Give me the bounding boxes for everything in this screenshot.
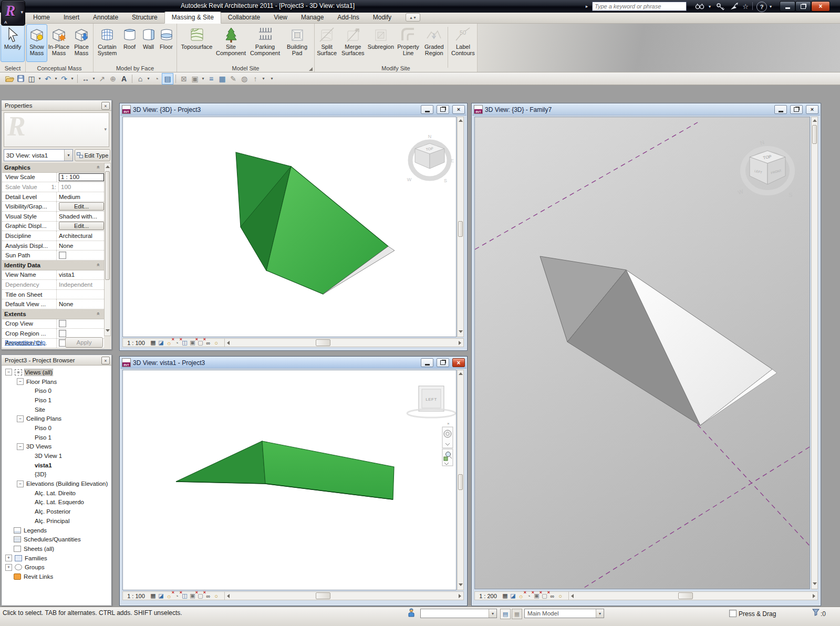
search-expand-icon[interactable]: ▸ <box>584 1 589 12</box>
qat-customize-icon[interactable]: ▾ <box>269 76 274 81</box>
crop-view-icon[interactable]: ▣× <box>189 339 196 347</box>
collapse-icon[interactable]: » <box>96 264 101 267</box>
tree-item-sheets[interactable]: Sheets (all) <box>2 544 111 554</box>
scroll-down-icon[interactable] <box>459 330 463 333</box>
tree-item-alc-lat-esquerdo[interactable]: Alç. Lat. Esquerdo <box>2 498 111 507</box>
row-view-name[interactable]: View Namevista1 <box>2 270 104 280</box>
modify-button[interactable]: Modify <box>1 25 24 61</box>
horizontal-scrollbar[interactable] <box>224 592 463 600</box>
view-scale-input[interactable]: 1 : 100 <box>59 173 104 181</box>
tree-item-views-all[interactable]: −Views (all) <box>2 368 111 377</box>
redo-dropdown-icon[interactable]: ▾ <box>70 76 75 81</box>
view-close-button[interactable]: × <box>452 358 465 367</box>
visual-style-icon[interactable]: ◪ <box>509 592 517 600</box>
tree-item-revit-links[interactable]: Revit Links <box>2 572 111 581</box>
redo-icon[interactable]: ↷ <box>59 74 69 84</box>
properties-close-button[interactable]: × <box>101 102 110 110</box>
communication-center-icon[interactable] <box>728 1 740 12</box>
reveal-hidden-icon[interactable]: ○ <box>212 592 220 600</box>
type-selector-combo[interactable]: 3D View: vista1 ▾ <box>4 149 73 161</box>
detail-level-icon[interactable]: ▦ <box>149 592 157 600</box>
panel-model-by-face-label[interactable]: Model by Face <box>94 65 177 71</box>
collapse-box[interactable]: − <box>17 443 24 450</box>
panel-model-site-label[interactable]: Model Site <box>177 65 314 71</box>
tree-item-piso0[interactable]: Piso 0 <box>2 386 111 395</box>
label-contours-button[interactable]: 50 Label Contours <box>449 25 477 61</box>
3d-view-dropdown-icon[interactable]: ▾ <box>146 76 151 81</box>
scrollbar-thumb[interactable] <box>678 592 693 599</box>
row-discipline[interactable]: DisciplineArchitectural <box>2 231 104 241</box>
sun-path-icon[interactable]: ☼× <box>517 592 525 600</box>
default-3d-view-icon[interactable]: ⌂ <box>135 74 146 84</box>
scroll-down-icon[interactable] <box>813 582 817 585</box>
parking-component-button[interactable]: Parking Component <box>248 25 283 61</box>
binoculars-search-icon[interactable] <box>693 1 706 12</box>
tab-addins[interactable]: Add-Ins <box>330 12 366 23</box>
application-menu-button[interactable]: R ▾ A <box>1 1 25 26</box>
row-analysis-display[interactable]: Analysis Displ...None <box>2 241 104 251</box>
collapse-box[interactable]: − <box>5 369 12 375</box>
viewcube-left-face[interactable]: LEFT <box>407 386 455 418</box>
view-scale-control[interactable]: 1 : 100 <box>123 593 149 599</box>
crop-region-visible-icon[interactable]: ▢× <box>196 592 204 600</box>
show-mass-button[interactable]: Show Mass <box>27 25 47 61</box>
tree-item-3d-view-1[interactable]: 3D View 1 <box>2 451 111 461</box>
undo-dropdown-icon[interactable]: ▾ <box>54 76 58 81</box>
schedule-icon[interactable]: ▦ <box>217 74 227 84</box>
place-mass-button[interactable]: Place Mass <box>71 25 92 61</box>
collapse-box[interactable]: − <box>17 415 24 422</box>
roof-button[interactable]: Roof <box>120 25 140 61</box>
row-dependency[interactable]: DependencyIndependent <box>2 280 104 290</box>
subregion-button[interactable]: Subregion <box>367 25 395 61</box>
project-browser-close-button[interactable]: × <box>101 357 110 364</box>
minimize-button[interactable] <box>780 1 795 12</box>
save-icon[interactable] <box>15 74 26 84</box>
row-sun-path[interactable]: Sun Path <box>2 251 104 260</box>
press-drag-checkbox[interactable] <box>729 610 737 617</box>
collapse-box[interactable]: − <box>17 481 24 487</box>
crop-view-checkbox[interactable] <box>59 320 66 327</box>
shadows-icon[interactable]: ◔× <box>525 592 533 600</box>
view-window-titlebar[interactable]: RVT 3D View: {3D} - Family7 × <box>472 104 820 116</box>
reveal-hidden-icon[interactable]: ○ <box>556 592 564 600</box>
qat-extra-dropdown-icon[interactable]: ▾ <box>261 76 266 81</box>
tab-manage[interactable]: Manage <box>294 12 330 23</box>
tab-massing-site[interactable]: Massing & Site <box>164 12 221 24</box>
collapse-icon[interactable]: » <box>96 166 101 169</box>
tab-collaborate[interactable]: Collaborate <box>221 12 267 23</box>
sync-dropdown-icon[interactable]: ▾ <box>37 76 42 81</box>
shadows-icon[interactable]: ◔× <box>173 592 181 600</box>
crop-region-checkbox[interactable] <box>59 330 66 337</box>
subscription-key-icon[interactable] <box>714 1 726 12</box>
split-surface-button[interactable]: Split Surface <box>315 25 339 61</box>
help-dropdown-icon[interactable]: ▾ <box>768 1 773 12</box>
visibility-edit-button[interactable]: Edit... <box>59 202 104 211</box>
viewcube[interactable]: N E S W TOP LEFT FRONT <box>737 139 799 198</box>
graphic-display-edit-button[interactable]: Edit... <box>59 222 104 230</box>
render-icon[interactable]: ◍ <box>239 74 250 84</box>
tree-item-3d[interactable]: {3D} <box>2 470 111 479</box>
search-options-dropdown-icon[interactable]: ▾ <box>707 1 712 12</box>
panel-modify-site-label[interactable]: Modify Site <box>315 65 477 71</box>
sun-path-checkbox[interactable] <box>59 252 66 259</box>
detail-level-icon[interactable]: ▦ <box>501 592 509 600</box>
scroll-left-icon[interactable] <box>571 594 574 598</box>
tree-item-3d-views[interactable]: −3D Views <box>2 442 111 452</box>
vertical-scrollbar[interactable] <box>457 370 464 590</box>
properties-help-link[interactable]: Properties help <box>5 339 45 346</box>
tree-item-ceiling-piso0[interactable]: Piso 0 <box>2 423 111 433</box>
collapse-icon[interactable]: » <box>96 312 101 316</box>
horizontal-scrollbar[interactable] <box>568 592 817 600</box>
visual-style-icon[interactable]: ◪ <box>157 592 165 600</box>
properties-scrollbar[interactable] <box>104 163 111 336</box>
view-restore-button[interactable] <box>437 105 449 114</box>
switch-windows-dropdown-icon[interactable]: ▾ <box>201 76 205 81</box>
crop-region-visible-icon[interactable]: ▢× <box>196 339 204 347</box>
view-minimize-button[interactable] <box>421 358 433 367</box>
editable-only-icon[interactable]: ▤ <box>500 609 511 619</box>
site-component-button[interactable]: Site Component <box>214 25 248 61</box>
crop-region-visible-icon[interactable]: ▢× <box>541 592 548 600</box>
tree-item-legends[interactable]: Legends <box>2 526 111 535</box>
row-graphic-display[interactable]: Graphic Displ...Edit... <box>2 222 104 232</box>
tree-item-alc-principal[interactable]: Alç. Principal <box>2 516 111 526</box>
